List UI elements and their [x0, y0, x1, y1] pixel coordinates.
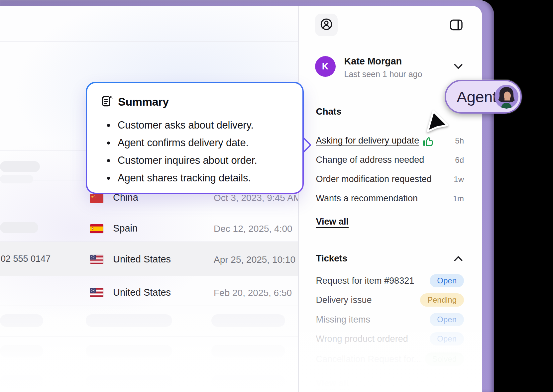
country-cell: United States — [113, 287, 171, 298]
skeleton-bar — [0, 175, 33, 183]
summary-sparkle-doc-icon — [102, 95, 113, 108]
customer-details-sidebar: K Kate Morgan Last seen 1 hour ago Chats… — [299, 6, 482, 392]
agent-avatar — [495, 85, 518, 109]
chat-item-label[interactable]: Order modification requested — [316, 174, 432, 184]
chevron-down-icon — [454, 65, 463, 70]
ticket-item-label[interactable]: Request for item #98321 — [316, 276, 414, 286]
summary-bullet-list: Customer asks about delivery. Agent conf… — [104, 116, 288, 187]
country-cell: United States — [113, 254, 171, 265]
contact-details-button[interactable] — [315, 14, 338, 36]
agent-pill-label: Agent — [457, 88, 497, 106]
ticket-item[interactable]: Delivery issue Pending — [316, 293, 464, 307]
customer-table-pane: China Oct 3, 2023, 9:45 AM Spain Dec 12,… — [0, 6, 298, 392]
chat-item-label[interactable]: Change of address needed — [316, 155, 424, 165]
chats-section-title: Chats — [316, 106, 342, 117]
collapse-customer-button[interactable] — [454, 64, 463, 71]
date-cell: Apr 25, 2025, 10:10 — [214, 254, 295, 265]
chats-view-all-link[interactable]: View all — [316, 217, 349, 227]
spain-flag-icon — [90, 224, 103, 233]
ticket-item[interactable]: Missing items Open — [316, 313, 464, 326]
screenshot-stage: China Oct 3, 2023, 9:45 AM Spain Dec 12,… — [0, 0, 553, 392]
skeleton-bar — [86, 345, 172, 357]
skeleton-bar — [211, 314, 285, 327]
ticket-item-label[interactable]: Delivery issue — [316, 295, 372, 305]
ticket-item-label[interactable]: Cancellation Request for... — [316, 354, 421, 364]
row-divider — [0, 336, 298, 337]
summary-card: Summary Customer asks about delivery. Ag… — [86, 82, 304, 194]
date-cell: Dec 12, 2025, 4:00 — [214, 224, 292, 234]
section-divider — [299, 237, 482, 237]
date-cell: Oct 3, 2023, 9:45 AM — [214, 193, 298, 203]
status-badge: Pending — [420, 293, 464, 307]
skeleton-bar — [0, 345, 43, 357]
chat-item-time: 1m — [453, 193, 464, 203]
status-badge: Open — [430, 313, 464, 326]
summary-bullet: Agent confirms delivery date. — [104, 134, 288, 151]
skeleton-bar — [211, 345, 285, 357]
tickets-view-all-link[interactable]: View all — [316, 378, 349, 389]
chat-item[interactable]: Wants a recommendation 1m — [316, 193, 464, 204]
customer-last-seen: Last seen 1 hour ago — [344, 69, 422, 79]
tickets-section-title: Tickets — [316, 253, 348, 264]
skeleton-bar — [211, 375, 285, 388]
thumbs-up-icon — [422, 136, 433, 148]
ticket-item[interactable]: Wrong product ordered Open — [316, 332, 464, 345]
avatar: K — [315, 56, 336, 77]
row-divider — [0, 276, 298, 276]
chevron-up-icon — [454, 257, 463, 262]
us-flag-icon — [90, 255, 103, 264]
skeleton-bar — [86, 375, 172, 388]
chat-item-time: 1w — [454, 174, 464, 184]
row-divider — [0, 306, 298, 306]
ticket-item[interactable]: Cancellation Request for... Solved — [316, 352, 464, 366]
chat-item[interactable]: Change of address needed 6d — [316, 155, 464, 165]
collapse-sidebar-button[interactable] — [449, 19, 463, 32]
status-badge: Open — [430, 274, 464, 287]
app-window-frame: China Oct 3, 2023, 9:45 AM Spain Dec 12,… — [0, 0, 494, 392]
skeleton-bar — [0, 375, 43, 388]
chat-item[interactable]: Order modification requested 1w — [316, 174, 464, 184]
summary-bullet: Agent shares tracking details. — [104, 169, 288, 187]
summary-title: Summary — [118, 95, 169, 108]
country-cell: Spain — [113, 223, 138, 234]
summary-bullet: Customer inquires about order. — [104, 151, 288, 169]
skeleton-bar — [0, 314, 43, 327]
collapse-tickets-button[interactable] — [454, 256, 463, 263]
row-divider — [0, 210, 298, 210]
header-divider — [0, 41, 298, 42]
phone-cell: 02 555 0147 — [1, 254, 51, 264]
customer-name: Kate Morgan — [344, 56, 402, 67]
skeleton-bar — [86, 314, 172, 327]
app-window: China Oct 3, 2023, 9:45 AM Spain Dec 12,… — [0, 6, 482, 392]
chat-item-label[interactable]: Asking for delivery update — [316, 136, 419, 146]
ticket-item-label[interactable]: Missing items — [316, 315, 371, 325]
ticket-item[interactable]: Request for item #98321 Open — [316, 274, 464, 287]
status-badge: Open — [430, 332, 464, 345]
agent-pill[interactable]: Agent — [445, 80, 522, 114]
mouse-cursor-icon — [419, 106, 453, 138]
status-badge: Solved — [425, 352, 464, 366]
china-flag-icon — [90, 194, 103, 203]
chat-item-label[interactable]: Wants a recommendation — [316, 193, 418, 204]
sidebar-toggle-icon — [450, 19, 463, 32]
us-flag-icon — [90, 288, 103, 297]
skeleton-bar — [0, 161, 40, 172]
summary-bullet: Customer asks about delivery. — [104, 116, 288, 134]
chat-item-time: 6d — [455, 155, 464, 165]
date-cell: Feb 20, 2025, 6:50 — [214, 288, 292, 298]
summary-card-body: Summary Customer asks about delivery. Ag… — [87, 83, 302, 193]
skeleton-bar — [0, 222, 38, 233]
person-circle-icon — [320, 18, 333, 32]
row-divider — [0, 367, 298, 367]
ticket-item-label[interactable]: Wrong product ordered — [316, 334, 408, 344]
chat-item-time: 5h — [455, 136, 464, 146]
